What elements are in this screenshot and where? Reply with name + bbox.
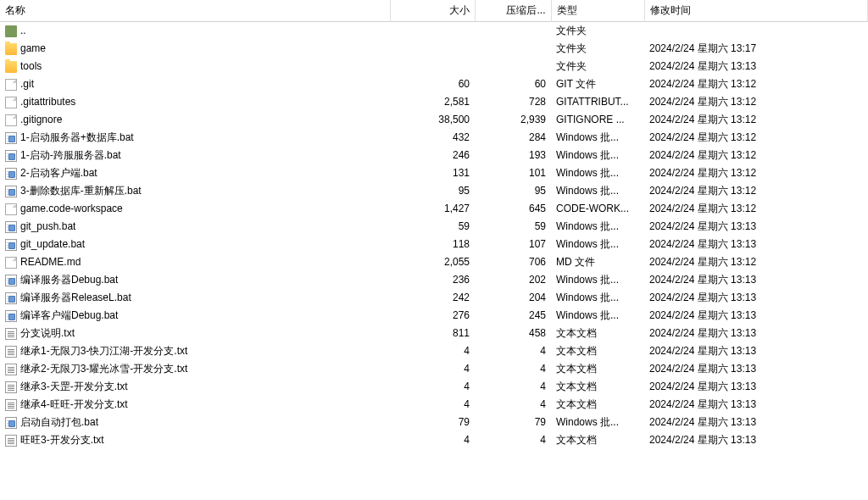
file-row[interactable]: 3-删除数据库-重新解压.bat9595Windows 批...2024/2/2… — [0, 182, 868, 200]
file-txt-icon — [5, 346, 17, 358]
file-name-cell[interactable]: 继承4-旺旺-开发分支.txt — [0, 396, 390, 414]
file-name-cell[interactable]: git_push.bat — [0, 218, 390, 236]
file-name-cell[interactable]: 编译客户端Debug.bat — [0, 307, 390, 325]
column-header-type[interactable]: 类型 — [551, 0, 644, 22]
file-name-label: game — [20, 40, 46, 58]
file-name-cell[interactable]: 1-启动-跨服服务器.bat — [0, 147, 390, 164]
file-row[interactable]: 继承4-旺旺-开发分支.txt44文本文档2024/2/24 星期六 13:13 — [0, 396, 868, 414]
file-compressed-cell: 60 — [475, 75, 551, 93]
file-size-cell: 2,581 — [390, 93, 475, 111]
file-row[interactable]: git_update.bat118107Windows 批...2024/2/2… — [0, 236, 868, 253]
file-name-cell[interactable]: git_update.bat — [0, 236, 390, 253]
file-row[interactable]: 编译服务器Debug.bat236202Windows 批...2024/2/2… — [0, 271, 868, 289]
file-modified-cell: 2024/2/24 星期六 13:12 — [644, 164, 868, 182]
file-row[interactable]: 继承1-无限刀3-快刀江湖-开发分支.txt44文本文档2024/2/24 星期… — [0, 342, 868, 360]
file-row[interactable]: game.code-workspace1,427645CODE-WORK...2… — [0, 200, 868, 218]
file-row[interactable]: git_push.bat5959Windows 批...2024/2/24 星期… — [0, 218, 868, 236]
file-name-cell[interactable]: game — [0, 40, 390, 58]
file-row[interactable]: 分支说明.txt811458文本文档2024/2/24 星期六 13:13 — [0, 325, 868, 342]
file-name-cell[interactable]: README.md — [0, 253, 390, 271]
file-name-cell[interactable]: 编译服务器Debug.bat — [0, 271, 390, 289]
file-row[interactable]: tools文件夹2024/2/24 星期六 13:13 — [0, 58, 868, 75]
file-modified-cell: 2024/2/24 星期六 13:13 — [644, 271, 868, 289]
file-size-cell — [390, 40, 475, 58]
file-row[interactable]: .gitattributes2,581728GITATTRIBUT...2024… — [0, 93, 868, 111]
file-name-cell[interactable]: 继承3-天罡-开发分支.txt — [0, 378, 390, 396]
file-size-cell: 4 — [390, 396, 475, 414]
file-modified-cell: 2024/2/24 星期六 13:12 — [644, 111, 868, 129]
file-modified-cell: 2024/2/24 星期六 13:12 — [644, 182, 868, 200]
file-row[interactable]: game文件夹2024/2/24 星期六 13:17 — [0, 40, 868, 58]
column-header-row: 名称 大小 压缩后... 类型 修改时间 — [0, 0, 868, 22]
file-name-label: README.md — [20, 253, 81, 271]
file-bat-icon — [5, 132, 17, 144]
file-name-label: git_push.bat — [20, 218, 75, 236]
file-name-cell[interactable]: 3-删除数据库-重新解压.bat — [0, 182, 390, 200]
column-header-compressed[interactable]: 压缩后... — [475, 0, 551, 22]
file-name-cell[interactable]: 分支说明.txt — [0, 325, 390, 342]
file-size-cell: 4 — [390, 431, 475, 449]
file-row[interactable]: 1-启动-跨服服务器.bat246193Windows 批...2024/2/2… — [0, 147, 868, 164]
file-generic-icon — [5, 257, 17, 269]
file-bat-icon — [5, 275, 17, 286]
file-type-cell: 文件夹 — [551, 22, 644, 41]
file-type-cell: Windows 批... — [551, 147, 644, 164]
file-name-cell[interactable]: 继承2-无限刀3-耀光冰雪-开发分支.txt — [0, 360, 390, 378]
file-name-cell[interactable]: tools — [0, 58, 390, 75]
file-name-cell[interactable]: 2-启动客户端.bat — [0, 164, 390, 182]
file-row[interactable]: 1-启动服务器+数据库.bat432284Windows 批...2024/2/… — [0, 129, 868, 147]
file-list-body: ..文件夹game文件夹2024/2/24 星期六 13:17tools文件夹2… — [0, 22, 868, 450]
file-name-cell[interactable]: .gitattributes — [0, 93, 390, 111]
file-bat-icon — [5, 417, 17, 429]
file-compressed-cell: 4 — [475, 360, 551, 378]
file-compressed-cell: 202 — [475, 271, 551, 289]
file-row[interactable]: 继承2-无限刀3-耀光冰雪-开发分支.txt44文本文档2024/2/24 星期… — [0, 360, 868, 378]
file-name-cell[interactable]: 编译服务器ReleaseL.bat — [0, 289, 390, 307]
column-header-name[interactable]: 名称 — [0, 0, 390, 22]
file-bat-icon — [5, 310, 17, 322]
file-row[interactable]: README.md2,055706MD 文件2024/2/24 星期六 13:1… — [0, 253, 868, 271]
column-header-modified[interactable]: 修改时间 — [644, 0, 868, 22]
file-name-cell[interactable]: 启动自动打包.bat — [0, 414, 390, 431]
file-row[interactable]: .gitignore38,5002,939GITIGNORE ...2024/2… — [0, 111, 868, 129]
column-header-size[interactable]: 大小 — [390, 0, 475, 22]
file-size-cell: 242 — [390, 289, 475, 307]
file-name-cell[interactable]: 旺旺3-开发分支.txt — [0, 431, 390, 449]
file-name-cell[interactable]: game.code-workspace — [0, 200, 390, 218]
file-modified-cell: 2024/2/24 星期六 13:13 — [644, 236, 868, 253]
file-type-cell: Windows 批... — [551, 414, 644, 431]
file-row[interactable]: 旺旺3-开发分支.txt44文本文档2024/2/24 星期六 13:13 — [0, 431, 868, 449]
file-name-label: .git — [20, 75, 34, 93]
file-modified-cell: 2024/2/24 星期六 13:12 — [644, 129, 868, 147]
file-name-cell[interactable]: .git — [0, 75, 390, 93]
file-size-cell: 38,500 — [390, 111, 475, 129]
file-name-cell[interactable]: .. — [0, 22, 390, 40]
file-modified-cell: 2024/2/24 星期六 13:13 — [644, 289, 868, 307]
file-row[interactable]: .git6060GIT 文件2024/2/24 星期六 13:12 — [0, 75, 868, 93]
file-row[interactable]: 继承3-天罡-开发分支.txt44文本文档2024/2/24 星期六 13:13 — [0, 378, 868, 396]
file-modified-cell: 2024/2/24 星期六 13:12 — [644, 93, 868, 111]
file-row[interactable]: 编译服务器ReleaseL.bat242204Windows 批...2024/… — [0, 289, 868, 307]
file-type-cell: 文本文档 — [551, 342, 644, 360]
file-row[interactable]: 启动自动打包.bat7979Windows 批...2024/2/24 星期六 … — [0, 414, 868, 431]
file-row[interactable]: 2-启动客户端.bat131101Windows 批...2024/2/24 星… — [0, 164, 868, 182]
file-type-cell: GITIGNORE ... — [551, 111, 644, 129]
file-type-cell: 文件夹 — [551, 58, 644, 75]
file-modified-cell: 2024/2/24 星期六 13:13 — [644, 342, 868, 360]
file-name-label: 继承1-无限刀3-快刀江湖-开发分支.txt — [20, 342, 187, 360]
file-compressed-cell: 645 — [475, 200, 551, 218]
file-name-label: 1-启动服务器+数据库.bat — [20, 129, 134, 147]
file-type-cell: Windows 批... — [551, 271, 644, 289]
folder-up-icon — [5, 25, 17, 37]
file-name-label: .gitattributes — [20, 93, 75, 111]
file-name-label: .gitignore — [20, 111, 62, 129]
file-name-cell[interactable]: 继承1-无限刀3-快刀江湖-开发分支.txt — [0, 342, 390, 360]
file-compressed-cell: 458 — [475, 325, 551, 342]
file-compressed-cell: 79 — [475, 414, 551, 431]
file-row[interactable]: 编译客户端Debug.bat276245Windows 批...2024/2/2… — [0, 307, 868, 325]
file-row[interactable]: ..文件夹 — [0, 22, 868, 41]
file-name-cell[interactable]: 1-启动服务器+数据库.bat — [0, 129, 390, 147]
file-name-cell[interactable]: .gitignore — [0, 111, 390, 129]
file-modified-cell: 2024/2/24 星期六 13:17 — [644, 40, 868, 58]
file-name-label: git_update.bat — [20, 236, 85, 253]
